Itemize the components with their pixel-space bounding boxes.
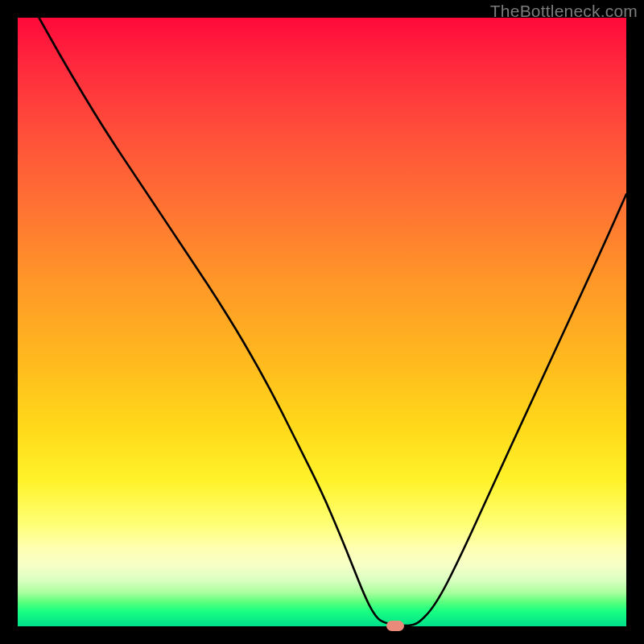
plot-area (18, 18, 626, 626)
watermark-text: TheBottleneck.com (490, 2, 638, 21)
chart-frame: TheBottleneck.com (0, 0, 644, 644)
bottleneck-curve (18, 18, 626, 626)
optimal-marker (386, 621, 404, 631)
